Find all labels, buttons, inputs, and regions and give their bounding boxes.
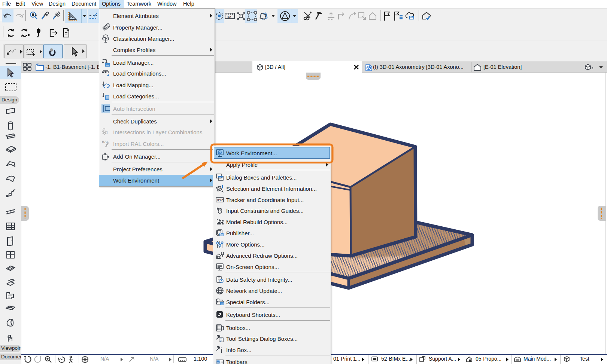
svg-text:XYZ: XYZ xyxy=(217,198,224,202)
